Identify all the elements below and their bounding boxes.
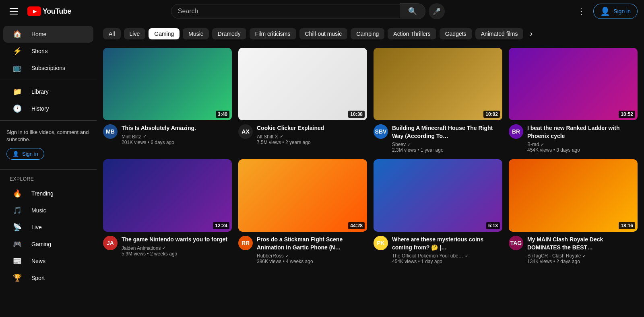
sidebar-item-music[interactable]: 🎵 Music — [3, 202, 93, 219]
chip-gaming[interactable]: Gaming — [149, 28, 180, 39]
video-thumbnail: 44:28 — [238, 159, 367, 232]
library-icon: 📁 — [13, 87, 22, 96]
sidebar-item-history[interactable]: 🕐 History — [3, 100, 93, 117]
channel-name: Alt Shift X ✓ — [257, 134, 324, 140]
body: 🏠 Home ⚡ Shorts 📺 Subscriptions 📁 Librar… — [0, 23, 644, 317]
chip-all[interactable]: All — [103, 28, 121, 39]
sport-icon: 🏆 — [13, 274, 22, 282]
chip-live[interactable]: Live — [124, 28, 146, 39]
channel-name: B-rad ✓ — [527, 142, 638, 147]
video-card[interactable]: 44:28 RR Pros do a Stickman Fight Scene … — [238, 159, 367, 264]
thumb-bg — [103, 48, 232, 120]
chip-music[interactable]: Music — [183, 28, 209, 39]
video-meta: I beat the new Ranked Ladder with Phoeni… — [527, 124, 638, 153]
channel-name: Sbeev ✓ — [392, 142, 502, 147]
sidebar-item-home[interactable]: 🏠 Home — [3, 26, 93, 43]
video-stats: 2.3M views • 1 year ago — [392, 147, 502, 153]
video-card[interactable]: 10:52 BR I beat the new Ranked Ladder wi… — [509, 48, 638, 153]
search-input[interactable] — [171, 4, 400, 18]
chips-scroll-right[interactable]: › — [526, 27, 536, 40]
search-input-wrap — [171, 4, 400, 19]
video-info: AX Cookie Clicker Explained Alt Shift X … — [238, 124, 367, 145]
mic-button[interactable]: 🎤 — [429, 3, 445, 19]
video-info: SBV Building A Minecraft House The Right… — [374, 124, 502, 153]
search-button[interactable]: 🔍 — [400, 3, 425, 19]
chip-gadgets[interactable]: Gadgets — [440, 28, 472, 39]
sidebar-label-music: Music — [31, 207, 46, 214]
sign-in-label: Sign in — [613, 8, 631, 14]
live-icon: 📡 — [13, 223, 22, 232]
video-title: The game Nintendo wants you to forget — [122, 236, 227, 244]
sidebar-label-trending: Trending — [31, 190, 54, 197]
verified-badge: ✓ — [143, 134, 147, 139]
duration-badge: 18:16 — [619, 222, 635, 229]
thumb-bg — [238, 48, 367, 120]
video-meta: Cookie Clicker Explained Alt Shift X ✓ 7… — [257, 124, 324, 145]
sign-in-prompt: Sign in to like videos, comment and subs… — [0, 124, 97, 166]
video-card[interactable]: 10:38 AX Cookie Clicker Explained Alt Sh… — [238, 48, 367, 153]
video-title: Pros do a Stickman Fight Scene Animation… — [257, 236, 367, 251]
video-meta: Pros do a Stickman Fight Scene Animation… — [257, 236, 367, 264]
channel-avatar: RR — [238, 236, 253, 250]
youtube-logo[interactable]: YouTube — [27, 6, 71, 16]
video-thumbnail: 3:40 — [103, 48, 232, 120]
duration-badge: 10:38 — [348, 111, 365, 118]
verified-badge: ✓ — [582, 253, 586, 259]
video-card[interactable]: 18:16 TAG My MAIN Clash Royale Deck DOMI… — [509, 159, 638, 264]
sign-in-button[interactable]: 👤 Sign in — [593, 4, 638, 19]
sidebar-item-subscriptions[interactable]: 📺 Subscriptions — [3, 60, 93, 76]
video-meta: Where are these mysterious coins coming … — [392, 236, 502, 264]
sidebar-item-shorts[interactable]: ⚡ Shorts — [3, 43, 93, 60]
chip-film-criticisms[interactable]: Film criticisms — [250, 28, 296, 39]
logo-text: YouTube — [43, 7, 71, 16]
video-stats: 7.5M views • 2 years ago — [257, 140, 324, 145]
news-icon: 📰 — [13, 257, 22, 266]
video-title: This Is Absolutely Amazing. — [122, 124, 196, 132]
channel-avatar: JA — [103, 236, 118, 250]
more-options-button[interactable]: ⋮ — [574, 3, 588, 19]
sidebar-divider-1 — [0, 80, 97, 80]
sidebar-label-history: History — [31, 105, 49, 112]
video-card[interactable]: 12:24 JA The game Nintendo wants you to … — [103, 159, 232, 264]
video-card[interactable]: 5:13 PK Where are these mysterious coins… — [374, 159, 502, 264]
video-stats: 454K views • 1 day ago — [392, 259, 502, 264]
duration-badge: 10:52 — [619, 111, 635, 118]
channel-name: SirTagCR - Clash Royale ✓ — [527, 253, 638, 259]
duration-badge: 3:40 — [216, 111, 229, 118]
sidebar-label-live: Live — [31, 224, 42, 231]
sidebar-sign-in-button[interactable]: 👤 Sign in — [6, 148, 44, 160]
sidebar-item-gaming[interactable]: 🎮 Gaming — [3, 236, 93, 253]
sidebar-label-library: Library — [31, 89, 49, 95]
verified-badge: ✓ — [541, 142, 544, 147]
explore-section-title: Explore — [0, 173, 97, 185]
search-bar: 🔍 🎤 — [171, 3, 445, 19]
video-title: I beat the new Ranked Ladder with Phoeni… — [527, 124, 638, 140]
sidebar-item-live[interactable]: 📡 Live — [3, 219, 93, 236]
sidebar-item-news[interactable]: 📰 News — [3, 253, 93, 270]
duration-badge: 12:24 — [213, 222, 229, 229]
sidebar-item-sport[interactable]: 🏆 Sport — [3, 270, 93, 286]
sidebar-label-shorts: Shorts — [31, 48, 47, 54]
video-meta: The game Nintendo wants you to forget Ja… — [122, 236, 227, 257]
sidebar-item-library[interactable]: 📁 Library — [3, 83, 93, 100]
thumb-bg — [103, 159, 232, 232]
video-stats: 134K views • 2 days ago — [527, 259, 638, 264]
history-icon: 🕐 — [13, 104, 22, 113]
mic-icon: 🎤 — [433, 8, 441, 15]
video-meta: This Is Absolutely Amazing. Mint Blitz ✓… — [122, 124, 196, 145]
user-icon: 👤 — [600, 6, 610, 16]
chip-action-thrillers[interactable]: Action Thrillers — [388, 28, 436, 39]
chip-dramedy[interactable]: Dramedy — [212, 28, 246, 39]
hamburger-menu[interactable] — [6, 5, 21, 18]
video-card[interactable]: 3:40 MB This Is Absolutely Amazing. Mint… — [103, 48, 232, 153]
chip-animated-films[interactable]: Animated films — [475, 28, 524, 39]
chip-camping[interactable]: Camping — [351, 28, 384, 39]
channel-name: RubberRoss ✓ — [257, 253, 367, 259]
logo-icon — [27, 6, 41, 16]
video-card[interactable]: 10:02 SBV Building A Minecraft House The… — [374, 48, 502, 153]
video-stats: 454K views • 3 days ago — [527, 147, 638, 153]
sidebar-item-trending[interactable]: 🔥 Trending — [3, 185, 93, 202]
chip-chill-out-music[interactable]: Chill-out music — [299, 28, 348, 39]
duration-badge: 5:13 — [486, 222, 500, 229]
video-info: PK Where are these mysterious coins comi… — [374, 236, 502, 264]
